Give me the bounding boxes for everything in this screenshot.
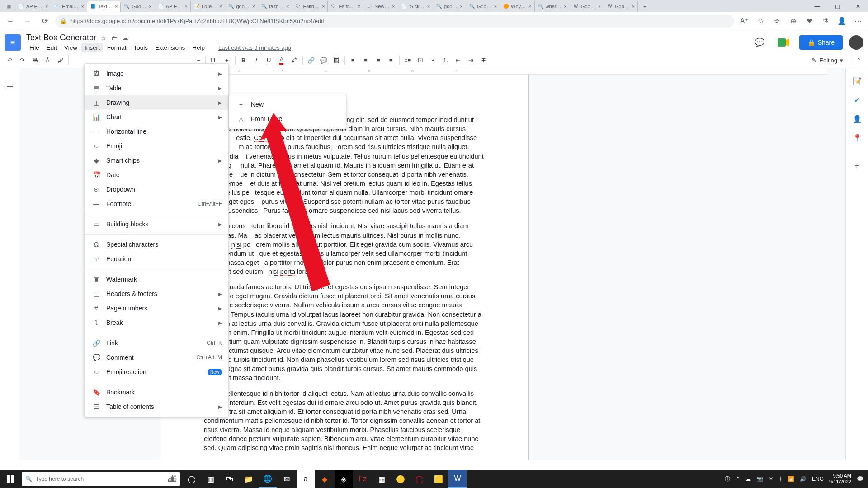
browser-tab[interactable]: WGoo…× <box>570 1 604 12</box>
browser-tab[interactable]: 🔍Goo…× <box>121 1 155 12</box>
line-spacing-button[interactable]: ‡≡ <box>402 54 414 66</box>
bulleted-list-button[interactable]: • <box>427 54 439 66</box>
browser-tab[interactable]: 📘Text…× <box>87 1 121 12</box>
opera-icon[interactable]: ◯ <box>410 470 429 488</box>
maps-icon[interactable]: 📍 <box>853 133 862 142</box>
close-tab-icon[interactable]: × <box>149 4 151 9</box>
menu-item-watermark[interactable]: ▣Watermark <box>85 272 228 286</box>
share-button[interactable]: 🔒Share <box>799 35 843 50</box>
minimize-button[interactable]: — <box>807 0 827 12</box>
insert-image-button[interactable]: 🖼 <box>330 54 342 66</box>
tray-icon[interactable]: ⓘ <box>725 475 730 483</box>
align-left-button[interactable]: ≡ <box>347 54 359 66</box>
close-tab-icon[interactable]: × <box>598 4 601 9</box>
browser-tab[interactable]: 📄AP E…× <box>15 1 51 12</box>
menu-item-image[interactable]: 🖼Image▶ <box>85 66 228 81</box>
star-icon[interactable]: ☆ <box>101 34 107 42</box>
chrome-icon[interactable]: 🟡 <box>392 470 410 488</box>
weather-icon[interactable]: ☀ <box>769 476 774 482</box>
close-tab-icon[interactable]: × <box>358 4 360 9</box>
app-icon[interactable]: ▦ <box>373 470 391 488</box>
read-aloud-icon[interactable]: A⁺ <box>738 15 750 28</box>
browser-tab[interactable]: 🔍goo…× <box>225 1 258 12</box>
close-tab-icon[interactable]: × <box>115 4 118 9</box>
close-tab-icon[interactable]: × <box>427 4 430 9</box>
align-right-button[interactable]: ≡ <box>373 54 384 66</box>
print-button[interactable]: 🖶 <box>29 54 41 66</box>
undo-button[interactable]: ↶ <box>4 54 15 66</box>
browser-tab[interactable]: 🛡Faith…× <box>292 1 328 12</box>
browser-tab[interactable]: 🟠Why…× <box>500 1 534 12</box>
close-tab-icon[interactable]: × <box>252 4 255 9</box>
account-avatar[interactable] <box>849 35 863 50</box>
mail-icon[interactable]: ✉ <box>278 470 296 488</box>
paragraph[interactable]: m ipsum dolor sit amet, consectetur adip… <box>204 115 485 215</box>
cloud-status-icon[interactable]: ☁ <box>122 34 128 42</box>
browser-tab[interactable]: 🛡Faith…× <box>328 1 363 12</box>
onedrive-icon[interactable]: ☁ <box>745 476 751 482</box>
app-icon[interactable]: ◆ <box>316 470 334 488</box>
outline-toggle-icon[interactable]: ☰ <box>6 82 14 92</box>
extension-honey-icon[interactable]: ❤ <box>803 15 816 28</box>
menu-item-equation[interactable]: π²Equation <box>85 252 228 266</box>
docs-logo-icon[interactable]: ≡ <box>5 34 21 51</box>
favorites-bar-icon[interactable]: ✮ <box>770 15 783 28</box>
increase-indent-button[interactable]: ⇥ <box>465 54 477 66</box>
browser-menu-icon[interactable]: ⋯ <box>852 15 864 28</box>
browser-tab[interactable]: 📰New…× <box>363 1 398 12</box>
menu-view[interactable]: View <box>61 43 80 52</box>
menu-item-building-blocks[interactable]: ▭Building blocks▶ <box>85 217 228 231</box>
menu-item-special-characters[interactable]: ΩSpecial characters <box>85 237 228 252</box>
taskbar-clock[interactable]: 9:50 AM 9/11/2022 <box>829 473 851 485</box>
menu-item-break[interactable]: ⤵Break▶ <box>85 315 228 330</box>
close-tab-icon[interactable]: × <box>460 4 462 9</box>
align-justify-button[interactable]: ≡ <box>385 54 397 66</box>
close-tab-icon[interactable]: × <box>286 4 289 9</box>
insert-link-button[interactable]: 🔗 <box>305 54 317 66</box>
wifi-icon[interactable]: 📶 <box>788 476 794 482</box>
checklist-button[interactable]: ☑ <box>415 54 426 66</box>
close-tab-icon[interactable]: × <box>45 4 48 9</box>
store-icon[interactable]: 🛍 <box>221 470 239 488</box>
add-addon-icon[interactable]: + <box>853 161 862 170</box>
redo-button[interactable]: ↷ <box>16 54 28 66</box>
volume-icon[interactable]: 🔊 <box>800 476 807 482</box>
edge-icon[interactable]: 🌐 <box>259 470 277 488</box>
tray-expand-icon[interactable]: ⌃ <box>736 476 740 482</box>
menu-insert[interactable]: Insert <box>81 43 103 52</box>
refresh-button[interactable]: ⟳ <box>38 14 52 28</box>
close-tab-icon[interactable]: × <box>219 4 222 9</box>
paragraph[interactable]: Interdum cons tetur libero id faucibus n… <box>204 221 485 276</box>
address-bar[interactable]: 🔒 https://docs.google.com/document/d/1Pv… <box>55 15 734 28</box>
browser-tab[interactable]: 🔍goo…× <box>433 1 466 12</box>
close-tab-icon[interactable]: × <box>632 4 635 9</box>
taskbar-search[interactable]: 🔍 Type here to search 🏙 <box>22 472 180 486</box>
file-explorer-icon[interactable]: 📁 <box>240 470 258 488</box>
maximize-button[interactable]: ▢ <box>827 0 848 12</box>
menu-item-link[interactable]: 🔗LinkCtrl+K <box>85 336 228 350</box>
menu-item-dropdown[interactable]: ⊝Dropdown <box>85 182 228 197</box>
new-tab-button[interactable]: + <box>638 1 651 12</box>
bold-button[interactable]: B <box>238 54 250 66</box>
contacts-icon[interactable]: 👤 <box>853 114 862 123</box>
profile-icon[interactable]: 👤 <box>835 15 848 28</box>
back-button[interactable]: ← <box>4 14 17 28</box>
task-view-icon[interactable]: ▥ <box>202 470 220 488</box>
menu-item-table-of-contents[interactable]: ☰Table of contents▶ <box>85 399 228 414</box>
browser-tab[interactable]: 🔍wher…× <box>535 1 570 12</box>
highlight-button[interactable]: 🖍 <box>288 54 300 66</box>
cortana-icon[interactable]: ◯ <box>183 470 201 488</box>
collections-icon[interactable]: ⊕ <box>787 15 799 28</box>
start-button[interactable] <box>0 470 21 488</box>
submenu-item-from-drive[interactable]: △From Drive <box>229 112 346 126</box>
menu-item-bookmark[interactable]: 🔖Bookmark <box>85 385 228 399</box>
menu-item-emoji[interactable]: ☺Emoji <box>85 139 228 153</box>
collapse-toolbar-button[interactable]: ⌃ <box>853 54 864 66</box>
horizontal-ruler[interactable]: 1234567 <box>160 68 827 75</box>
filezilla-icon[interactable]: Fz <box>354 470 372 488</box>
keep-icon[interactable]: 📝 <box>853 76 862 85</box>
close-tab-icon[interactable]: × <box>564 4 566 9</box>
tasks-icon[interactable]: ✔ <box>853 95 862 104</box>
close-tab-icon[interactable]: × <box>494 4 497 9</box>
browser-tab[interactable]: 📄'Sick…× <box>398 1 433 12</box>
